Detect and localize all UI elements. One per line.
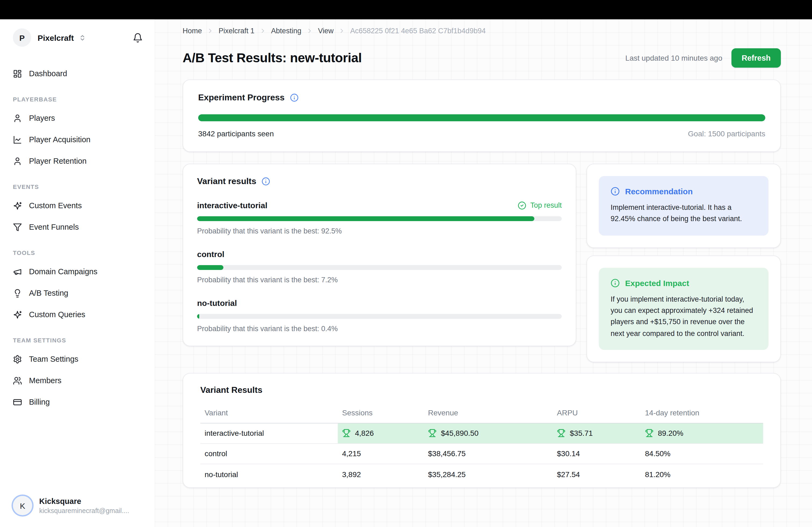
cell-revenue: $35,284.25 [424,464,553,484]
chevron-right-icon [207,27,214,34]
bell-icon[interactable] [133,32,143,43]
last-updated-text: Last updated 10 minutes ago [625,54,722,62]
line-chart-icon [13,135,22,144]
cell-variant: control [200,443,338,464]
cell-retention: 81.20% [641,464,763,484]
breadcrumb: Home Pixelcraft 1 Abtesting View Ac65822… [183,27,781,35]
workspace-name[interactable]: Pixelcraft [38,33,74,42]
sidebar-item-label: Dashboard [29,69,67,78]
experiment-progress-card: Experiment Progress 3842 participants se… [183,79,781,152]
sidebar-item-team-settings[interactable]: Team Settings [13,351,143,367]
variant-probability-bar [197,314,562,319]
sidebar-item-label: Domain Campaigns [29,267,98,276]
sidebar-section-events: EVENTS [13,183,143,190]
col-header-variant: Variant [200,402,338,423]
variant-probability-fill [197,314,199,319]
trophy-icon [557,429,566,438]
sidebar-item-label: Players [29,114,55,122]
cell-arpu: $30.14 [553,443,641,464]
gear-icon [13,355,22,364]
variant-results-table: Variant Sessions Revenue ARPU 14-day ret… [200,402,763,484]
megaphone-icon [13,267,22,276]
sidebar-item-player-retention[interactable]: Player Retention [13,153,143,169]
sidebar-item-billing[interactable]: Billing [13,394,143,410]
variant-name: interactive-tutorial [197,201,267,210]
cell-variant: interactive-tutorial [200,423,338,443]
cell-arpu: $35.71 [553,423,641,443]
trophy-icon [428,429,437,438]
variant-row-no-tutorial: no-tutorial Probability that this varian… [197,298,562,333]
cell-revenue: $45,890.50 [424,423,553,443]
app-root: P Pixelcraft Dashboard PLAYERBASE Player… [0,0,812,527]
variant-row-control: control Probability that this variant is… [197,250,562,284]
breadcrumb-abtesting[interactable]: Abtesting [271,27,302,35]
sidebar-item-label: Billing [29,398,50,406]
expected-impact-card: Expected Impact If you implement interac… [586,255,781,362]
top-result-label: Top result [530,201,562,209]
sidebar-item-domain-campaigns[interactable]: Domain Campaigns [13,264,143,280]
cell-variant: no-tutorial [200,464,338,484]
sidebar-item-custom-queries[interactable]: Custom Queries [13,306,143,322]
col-header-retention: 14-day retention [641,402,763,423]
cell-sessions: 3,892 [338,464,424,484]
sidebar-item-custom-events[interactable]: Custom Events [13,197,143,214]
breadcrumb-home[interactable]: Home [183,27,202,35]
experiment-progress-fill [198,114,765,121]
variant-results-table-card: Variant Results Variant Sessions Revenue… [183,373,781,488]
main-content: Home Pixelcraft 1 Abtesting View Ac65822… [155,19,812,527]
sidebar: P Pixelcraft Dashboard PLAYERBASE Player… [0,19,155,527]
cell-sessions: 4,215 [338,443,424,464]
sidebar-item-players[interactable]: Players [13,110,143,126]
page-title: A/B Test Results: new-tutorial [183,50,362,65]
sidebar-item-label: Player Retention [29,157,86,165]
variant-row-interactive-tutorial: interactive-tutorial Top result Probabil… [197,201,562,235]
user-account[interactable]: K Kicksquare kicksquareminecraft@gmail..… [13,496,129,515]
info-icon[interactable] [262,177,271,186]
chevron-right-icon [338,27,345,34]
expected-impact-title: Expected Impact [625,278,689,287]
col-header-arpu: ARPU [553,402,641,423]
recommendation-body: Implement interactive-tutorial. It has a… [611,202,757,225]
sidebar-item-event-funnels[interactable]: Event Funnels [13,219,143,235]
recommendation-title: Recommendation [625,187,693,196]
sidebar-item-player-acquisition[interactable]: Player Acquisition [13,132,143,148]
sidebar-item-label: Members [29,376,61,385]
workspace-switcher-chevrons-icon[interactable] [79,34,86,41]
cell-revenue: $38,456.75 [424,443,553,464]
refresh-button[interactable]: Refresh [731,48,781,67]
users-icon [13,376,22,385]
user-email: kicksquareminecraft@gmail.... [39,507,129,514]
recommendation-card: Recommendation Implement interactive-tut… [586,164,781,248]
table-row: control 4,215 $38,456.75 $30.14 84.50% [200,443,763,464]
sidebar-section-tools: TOOLS [13,250,143,256]
cell-sessions: 4,826 [338,423,424,443]
sidebar-item-members[interactable]: Members [13,373,143,389]
sidebar-item-ab-testing[interactable]: A/B Testing [13,285,143,301]
sidebar-item-label: Event Funnels [29,223,79,231]
breadcrumb-view[interactable]: View [318,27,334,35]
sparkles-icon [13,201,22,210]
workspace-avatar[interactable]: P [13,28,31,47]
user-icon [13,114,22,123]
credit-card-icon [13,397,22,407]
goal-text: Goal: 1500 participants [688,129,765,138]
breadcrumb-project[interactable]: Pixelcraft 1 [219,27,255,35]
variant-results-title: Variant results [197,177,257,186]
experiment-progress-title: Experiment Progress [198,93,285,103]
variant-results-panel: Variant results interactive-tutorial Top… [183,164,576,346]
cell-arpu: $27.54 [553,464,641,484]
table-row: no-tutorial 3,892 $35,284.25 $27.54 81.2… [200,464,763,484]
chevron-right-icon [259,27,266,34]
sidebar-item-dashboard[interactable]: Dashboard [13,65,143,81]
trophy-icon [645,429,654,438]
variant-probability-bar [197,216,562,221]
table-header-row: Variant Sessions Revenue ARPU 14-day ret… [200,402,763,423]
user-name: Kicksquare [39,497,129,505]
check-circle-icon [518,201,526,210]
lightbulb-icon [13,288,22,298]
breadcrumb-test-id: Ac658225 0f21 4e65 Ba62 C7bf1b4d9b94 [350,27,485,35]
chevron-right-icon [306,27,313,34]
top-black-bar [0,0,812,19]
variant-name: no-tutorial [197,298,237,307]
info-icon[interactable] [290,93,299,102]
